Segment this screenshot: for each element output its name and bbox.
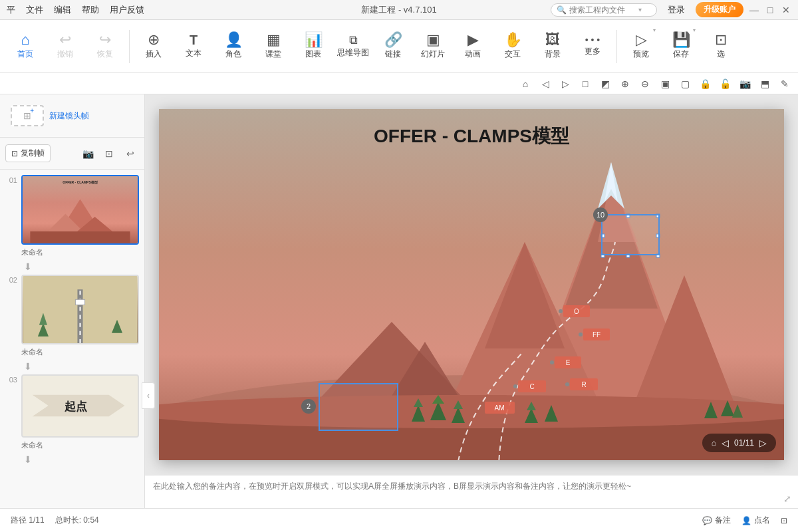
slide-timer-3: ⬇ [21, 454, 35, 465]
toolbar-lesson[interactable]: ▦ 课堂 [255, 23, 292, 70]
search-dropdown-icon[interactable]: ▾ [638, 6, 642, 13]
upgrade-button[interactable]: 升级账户 [696, 2, 743, 17]
toolbar-redo[interactable]: ↪ 恢复 [86, 23, 124, 70]
svg-text:R: R [581, 381, 586, 388]
login-button[interactable]: 登录 [662, 3, 690, 17]
sidebar-collapse-button[interactable]: ‹ [142, 382, 155, 409]
slide-label-2: 未命名 [21, 347, 139, 357]
strip-next-icon[interactable]: ▷ [557, 76, 573, 92]
status-pointname-button[interactable]: 👤 点名 [741, 515, 770, 526]
strip-layout-icon[interactable]: ⬒ [757, 76, 773, 92]
toolbar-undo[interactable]: ↩ 撤销 [47, 23, 84, 70]
undo-label: 撤销 [57, 49, 73, 60]
toolbar-text[interactable]: T 文本 [175, 23, 212, 70]
slide-nav-home-icon[interactable]: ⌂ [712, 438, 716, 448]
slide-canvas[interactable]: O FF E R C [145, 94, 798, 475]
menu-file[interactable]: 文件 [26, 4, 43, 16]
search-box[interactable]: 🔍 ▾ [551, 3, 657, 17]
notes-expand-button[interactable]: ⤢ [783, 493, 791, 504]
mindmap-label: 思维导图 [337, 47, 369, 59]
toolbar-select[interactable]: ⊡ 选 [702, 23, 739, 70]
strip-zoomout-icon[interactable]: ⊖ [637, 76, 653, 92]
toolbar-role[interactable]: 👤 角色 [215, 23, 252, 70]
insert-label: 插入 [146, 49, 162, 60]
role-icon: 👤 [225, 33, 243, 47]
canvas-area: O FF E R C [145, 94, 798, 508]
toolbar-animation[interactable]: ▶ 动画 [454, 23, 491, 70]
lesson-icon: ▦ [267, 33, 281, 47]
maximize-button[interactable]: □ [765, 5, 775, 15]
selection-box-2[interactable]: 2 [319, 383, 398, 431]
strip-halftone-icon[interactable]: ◩ [597, 76, 613, 92]
bg-label: 背景 [545, 49, 561, 60]
toolbar-more[interactable]: • • • 更多 [574, 23, 611, 70]
strip-box-icon[interactable]: ▢ [677, 76, 693, 92]
slide-thumbnail-1[interactable]: OFFER - CLAMPS模型 [21, 175, 139, 245]
toolbar-mindmap[interactable]: ⧉ 思维导图 [334, 23, 372, 70]
toolbar-home[interactable]: ⌂ 首页 [7, 23, 44, 70]
slide-timer-1: ⬇ [21, 261, 35, 272]
slide-number-2: 02 [5, 276, 17, 284]
sidebar-undo-button[interactable]: ↩ [122, 145, 139, 162]
svg-text:O: O [574, 308, 579, 315]
menu-edit[interactable]: 编辑 [54, 4, 71, 16]
toolbar-insert[interactable]: ⊕ 插入 [135, 23, 172, 70]
toolbar-chart[interactable]: 📊 图表 [295, 23, 332, 70]
slide-thumbnail-2[interactable] [21, 275, 139, 344]
slide-label-1: 未命名 [21, 247, 139, 257]
sidebar: ⊞ + 新建镜头帧 ⊡ 复制帧 📷 ⊡ ↩ 01 [0, 94, 145, 508]
slide-title: OFFER - CLAMPS模型 [374, 124, 569, 149]
new-frame-button[interactable]: ⊞ + 新建镜头帧 [5, 100, 139, 132]
search-icon: 🔍 [557, 5, 567, 15]
slide-nav-next-icon[interactable]: ▷ [759, 438, 767, 448]
strip-zoomin-icon[interactable]: ⊕ [617, 76, 633, 92]
chart-icon: 📊 [305, 33, 323, 47]
toolbar-link[interactable]: 🔗 链接 [374, 23, 412, 70]
slide-thumbnail-3[interactable]: 起点 [21, 374, 139, 438]
close-button[interactable]: ✕ [781, 5, 791, 15]
toolbar-interact[interactable]: ✋ 交互 [494, 23, 531, 70]
slide-icon: ▣ [426, 33, 440, 47]
slide-item-2[interactable]: 02 [5, 275, 139, 344]
strip-prev-icon[interactable]: ◁ [537, 76, 553, 92]
toolbar-save[interactable]: 💾 保存 ▾ [662, 23, 700, 70]
toolbar-bg[interactable]: 🖼 背景 [534, 23, 571, 70]
sidebar-camera-button[interactable]: 📷 [79, 145, 96, 162]
toolbar-slide[interactable]: ▣ 幻灯片 [414, 23, 452, 70]
strip-frame-icon[interactable]: ▣ [657, 76, 673, 92]
strip-fullscreen-icon[interactable]: □ [577, 76, 593, 92]
search-input[interactable] [569, 5, 636, 15]
status-left: 路径 1/11 总时长: 0:54 [11, 515, 99, 526]
slide-item-3[interactable]: 03 起点 [5, 374, 139, 438]
copy-frame-button[interactable]: ⊡ 复制帧 [5, 144, 51, 162]
slide-item-1[interactable]: 01 OFFER - CLAMPS模型 [5, 175, 139, 245]
status-comment-button[interactable]: 💬 备注 [702, 515, 731, 526]
svg-rect-8 [75, 299, 84, 305]
strip-lock-icon[interactable]: 🔒 [697, 76, 713, 92]
title-bar: 平 文件 编辑 帮助 用户反馈 新建工程 - v4.7.101 🔍 ▾ 登录 升… [0, 0, 798, 20]
slide-nav-prev-icon[interactable]: ◁ [722, 438, 729, 448]
minimize-button[interactable]: — [749, 5, 759, 15]
status-extra-button[interactable]: ⊡ [781, 516, 787, 525]
strip-camera-icon[interactable]: 📷 [737, 76, 753, 92]
menu-help[interactable]: 帮助 [82, 4, 99, 16]
notes-area: ⤢ [145, 475, 798, 508]
home-icon: ⌂ [21, 33, 29, 47]
comment-label: 备注 [715, 515, 731, 526]
toolbar-preview[interactable]: ▷ 预览 ▾ [622, 23, 660, 70]
svg-text:起点: 起点 [64, 400, 87, 413]
sidebar-tools-row: ⊡ 复制帧 📷 ⊡ ↩ [0, 138, 144, 170]
notes-textarea[interactable] [153, 480, 790, 504]
home-label: 首页 [17, 49, 33, 60]
lesson-label: 课堂 [265, 49, 281, 60]
menu-flat[interactable]: 平 [7, 4, 15, 16]
menu-feedback[interactable]: 用户反馈 [110, 4, 144, 16]
interact-label: 交互 [505, 49, 521, 60]
strip-lock2-icon[interactable]: 🔓 [717, 76, 733, 92]
strip-home-icon[interactable]: ⌂ [517, 76, 533, 92]
sidebar-select-button[interactable]: ⊡ [100, 145, 118, 162]
slide-nav-overlay[interactable]: ⌂ ◁ 01/11 ▷ [702, 434, 776, 452]
slide-number-3: 03 [5, 376, 17, 384]
strip-edit-icon[interactable]: ✎ [777, 76, 793, 92]
selection-box-1[interactable]: 10 [601, 214, 660, 255]
